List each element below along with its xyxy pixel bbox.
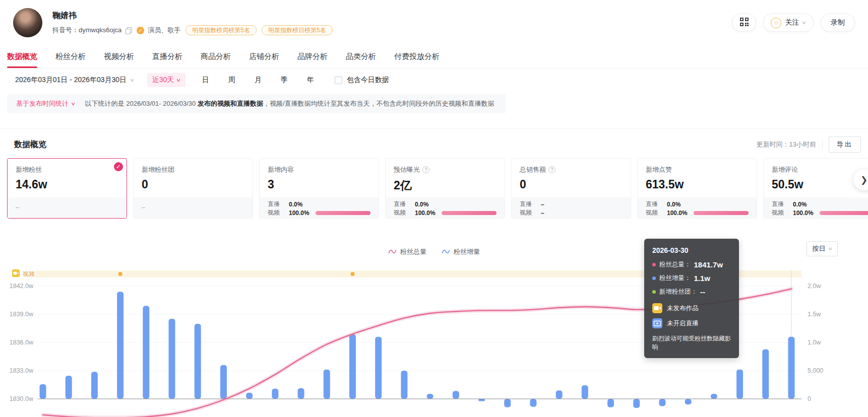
nav-tabs: 数据概览粉丝分析视频分析直播分析商品分析店铺分析品牌分析品类分析付费投放分析 <box>0 45 868 68</box>
legend-item-粉丝总量[interactable]: 粉丝总量 <box>388 247 426 256</box>
breakdown-key: 视频 <box>394 208 411 217</box>
tooltip-metric-label: 粉丝总量： <box>659 260 691 269</box>
breakdown-key: 视频 <box>268 208 285 217</box>
tab-视频分析[interactable]: 视频分析 <box>104 45 134 68</box>
tooltip-metric-row: 新增粉丝团：-- <box>652 288 731 296</box>
metric-breakdown-row: 视频– <box>520 208 623 217</box>
qr-code-icon <box>740 18 749 28</box>
breakdown-key: 视频 <box>520 208 537 217</box>
filter-bar: 2026年03月01日 - 2026年03月30日 ∨ 近30天 ∨ 日周月季年… <box>0 71 868 89</box>
chevron-down-icon: ∨ <box>176 78 181 83</box>
breakdown-key: 直播 <box>772 200 789 208</box>
granularity-年[interactable]: 年 <box>297 73 324 87</box>
qr-code-button[interactable] <box>732 14 756 32</box>
notice-text: 以下统计的是 2026/03/01- 2026/03/30 发布的视频和直播数据… <box>85 99 494 108</box>
stat-mode-label: 基于发布时间统计 <box>16 99 69 108</box>
date-range-picker[interactable]: 2026年03月01日 - 2026年03月30日 ∨ <box>15 76 134 85</box>
updated-time: 更新时间：13小时前 <box>757 140 816 149</box>
metric-value: 3 <box>268 178 370 191</box>
metric-label: 新增粉丝 <box>16 165 118 174</box>
chevron-down-icon: ∨ <box>802 20 807 25</box>
tooltip-metric-value: 1.1w <box>694 274 711 283</box>
tab-数据概览[interactable]: 数据概览 <box>7 45 37 68</box>
tooltip-note: 未开启直播 <box>652 318 731 328</box>
metric-card[interactable]: 新增粉丝14.6w–✓ <box>7 158 127 219</box>
metric-value: 0 <box>142 178 244 191</box>
breakdown-value: 100.0% <box>667 210 688 217</box>
help-icon[interactable]: ? <box>548 166 555 173</box>
metric-breakdown-row: 直播0.0% <box>772 200 868 208</box>
tab-店铺分析[interactable]: 店铺分析 <box>249 45 279 68</box>
metric-card[interactable]: 预估曝光?2亿直播0.0%视频100.0% <box>385 158 505 219</box>
granularity-group: 日周月季年 <box>193 73 324 87</box>
chevron-down-icon: ∨ <box>130 78 135 83</box>
metric-value: 613.5w <box>646 178 749 191</box>
tab-品类分析[interactable]: 品类分析 <box>346 45 376 68</box>
metric-breakdown-row: 直播0.0% <box>646 200 749 208</box>
svg-text:1830.0w: 1830.0w <box>10 395 34 402</box>
svg-text:5,000: 5,000 <box>808 367 823 374</box>
breakdown-bar <box>694 211 749 215</box>
breakdown-key: 视频 <box>772 208 789 217</box>
tooltip-metric-row: 粉丝增量：1.1w <box>652 274 731 283</box>
legend-item-粉丝增量[interactable]: 粉丝增量 <box>442 247 480 256</box>
chart-mode-dropdown[interactable]: 按日 ∨ <box>807 241 838 256</box>
chart-legend: 粉丝总量粉丝增量 <box>388 247 480 256</box>
date-range-label: 2026年03月01日 - 2026年03月30日 <box>15 76 127 85</box>
help-icon[interactable]: ? <box>422 166 429 173</box>
tab-粉丝分析[interactable]: 粉丝分析 <box>55 45 86 68</box>
tooltip-date: 2026-03-30 <box>652 246 731 254</box>
breakdown-key: 直播 <box>268 200 285 208</box>
record-label: 录制 <box>831 18 845 27</box>
stat-mode-dropdown[interactable]: 基于发布时间统计 ∨ <box>16 99 75 108</box>
tab-付费投放分析[interactable]: 付费投放分析 <box>394 45 440 68</box>
svg-text:0: 0 <box>808 395 811 402</box>
breakdown-value: – <box>541 201 544 208</box>
quick-range-button[interactable]: 近30天 ∨ <box>147 73 185 87</box>
profile-name: 鞠婧祎 <box>52 11 338 21</box>
profile-avatar[interactable] <box>13 8 42 37</box>
metric-value: 14.6w <box>16 178 118 191</box>
tooltip-note-text: 未开启直播 <box>667 319 699 328</box>
tab-商品分析[interactable]: 商品分析 <box>201 45 231 68</box>
metric-card[interactable]: 新增粉丝团0– <box>133 158 253 219</box>
tooltip-metric-value: 1841.7w <box>694 260 723 269</box>
follow-button[interactable]: ☆ 关注 ∨ <box>763 14 814 32</box>
notice-bar: 基于发布时间统计 ∨ 以下统计的是 2026/03/01- 2026/03/30… <box>7 94 506 113</box>
record-button[interactable]: 录制 <box>821 14 855 32</box>
copy-icon[interactable] <box>126 27 132 34</box>
breakdown-key: 视频 <box>646 208 663 217</box>
breakdown-bar <box>316 211 370 215</box>
wave-icon <box>388 248 397 256</box>
include-today-label: 包含今日数据 <box>347 76 389 85</box>
metric-card[interactable]: 新增评论50.5w直播0.0%视频100.0% <box>763 158 868 219</box>
svg-text:1833.0w: 1833.0w <box>10 367 34 374</box>
granularity-月[interactable]: 月 <box>245 73 271 87</box>
chevron-right-icon: ❯ <box>860 175 867 185</box>
breakdown-value: – <box>541 210 544 217</box>
quick-range-label: 近30天 <box>152 76 174 85</box>
metric-cards: 新增粉丝14.6w–✓新增粉丝团0–新增内容3直播0.0%视频100.0%预估曝… <box>0 158 868 219</box>
export-button[interactable]: 导出 <box>829 136 861 153</box>
granularity-日[interactable]: 日 <box>193 73 219 87</box>
chart-mode-label: 按日 <box>812 244 825 253</box>
metric-card[interactable]: 新增内容3直播0.0%视频100.0% <box>259 158 379 219</box>
breakdown-key: 直播 <box>646 200 663 208</box>
ranking-badge: 明星指数榜周榜第5名 <box>185 25 257 35</box>
metric-label: 新增内容 <box>268 165 370 174</box>
granularity-季[interactable]: 季 <box>271 73 297 87</box>
tab-直播分析[interactable]: 直播分析 <box>152 45 182 68</box>
include-today-checkbox[interactable] <box>335 77 342 84</box>
chart-tooltip: 2026-03-30 粉丝总量：1841.7w粉丝增量：1.1w新增粉丝团：--… <box>644 239 739 358</box>
metric-breakdown-row: 直播0.0% <box>394 200 497 208</box>
divider <box>822 141 823 149</box>
fans-trend-chart[interactable]: 1830.0w1833.0w1836.0w1839.0w1842.0w05,00… <box>0 227 868 417</box>
divider <box>0 128 868 129</box>
tab-品牌分析[interactable]: 品牌分析 <box>297 45 328 68</box>
include-today-option[interactable]: 包含今日数据 <box>335 76 389 85</box>
metric-card[interactable]: 总销售额?0直播–视频– <box>511 158 631 219</box>
breakdown-value: 100.0% <box>793 210 814 217</box>
breakdown-key: 直播 <box>520 200 537 208</box>
granularity-周[interactable]: 周 <box>219 73 245 87</box>
metric-card[interactable]: 新增点赞613.5w直播0.0%视频100.0% <box>637 158 757 219</box>
